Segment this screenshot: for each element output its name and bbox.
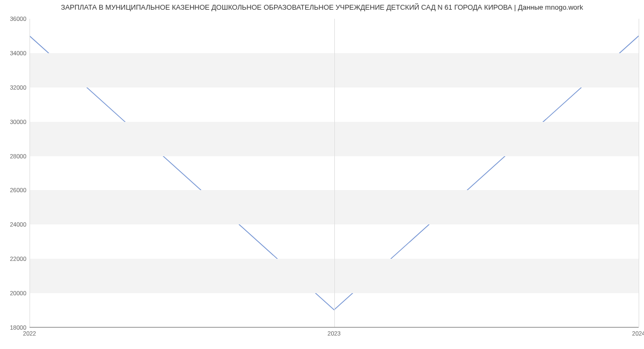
y-tick-label: 22000 [10,256,30,262]
x-tick-label: 2023 [327,327,340,337]
x-gridline [639,19,639,327]
y-tick-label: 24000 [10,221,30,228]
x-gridline [334,19,335,327]
y-tick-label: 34000 [10,50,30,56]
x-tick-label: 2022 [23,327,36,337]
y-tick-label: 26000 [10,187,30,193]
x-gridline [30,19,30,327]
x-tick-label: 2024 [632,327,644,337]
chart-title: ЗАРПЛАТА В МУНИЦИПАЛЬНОЕ КАЗЕННОЕ ДОШКОЛ… [0,3,644,11]
y-tick-label: 20000 [10,290,30,296]
y-tick-label: 36000 [10,16,30,22]
plot-area: 1800020000220002400026000280003000032000… [30,19,639,328]
y-tick-label: 30000 [10,119,30,125]
y-tick-label: 28000 [10,153,30,159]
chart-container: ЗАРПЛАТА В МУНИЦИПАЛЬНОЕ КАЗЕННОЕ ДОШКОЛ… [0,0,644,349]
y-tick-label: 32000 [10,84,30,91]
